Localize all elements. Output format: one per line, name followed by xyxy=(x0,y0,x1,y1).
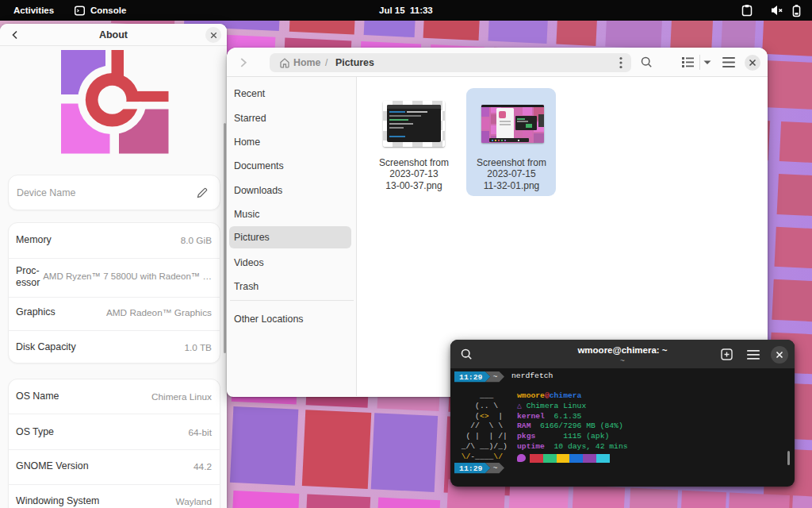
svg-text:11:29: 11:29 xyxy=(459,373,483,382)
svg-text:11:29: 11:29 xyxy=(459,464,483,473)
svg-text:~: ~ xyxy=(493,373,498,382)
svg-text:~: ~ xyxy=(493,464,498,473)
